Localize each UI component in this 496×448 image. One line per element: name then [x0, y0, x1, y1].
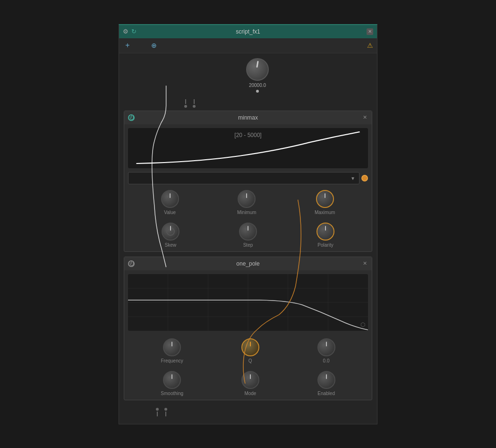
knob-item-frequency: Frequency — [161, 338, 183, 363]
value2-knob-label: 0.0 — [323, 358, 330, 363]
main-knob-value: 20000.0 — [249, 83, 266, 88]
one-pole-panel-header: ⏻ one_pole ✕ — [124, 257, 372, 270]
minmax-knobs-row1: Value Minimum Maximum — [124, 186, 372, 219]
minmax-dropdown-row: ▼ — [128, 172, 368, 184]
io-connectors-top — [171, 96, 209, 111]
enabled-knob-label: Enabled — [317, 391, 335, 396]
connector-pin-2 — [193, 99, 196, 108]
connector-pin-bottom-2 — [164, 408, 167, 416]
main-content: 20000.0 ⏻ minmax ✕ [20 - 5000] — [119, 53, 377, 424]
step-knob-label: Step — [243, 242, 253, 248]
warning-icon: ⚠ — [367, 42, 373, 49]
minimum-knob[interactable] — [238, 190, 256, 208]
step-knob[interactable] — [239, 223, 257, 241]
frequency-knob-label: Frequency — [161, 358, 183, 363]
main-knob[interactable] — [246, 58, 269, 81]
minmax-title: minmax — [138, 114, 358, 121]
knob-item-value: Value — [161, 190, 179, 215]
crosshair-button[interactable]: ⊕ — [149, 41, 159, 50]
value-knob[interactable] — [161, 190, 179, 208]
mode-knob-label: Mode — [244, 391, 256, 396]
mode-knob[interactable] — [241, 371, 259, 389]
one-pole-knobs-row1: Frequency Q 0.0 — [124, 335, 372, 367]
knob-item-q: Q — [241, 338, 259, 363]
knob-item-skew: Skew — [162, 223, 180, 248]
maximum-knob-label: Maximum — [315, 210, 335, 215]
knob-item-maximum: Maximum — [315, 190, 335, 215]
minmax-panel-header: ⏻ minmax ✕ — [124, 111, 372, 124]
toolbar: + ⊕ ⚠ — [119, 38, 377, 53]
one-pole-chart: ⬡ — [128, 274, 368, 331]
knob-item-mode: Mode — [241, 371, 259, 396]
minmax-power-button[interactable]: ⏻ — [128, 114, 135, 121]
minmax-chart: [20 - 5000] — [128, 128, 368, 168]
window-close-button[interactable]: ✕ — [367, 28, 373, 35]
window-title: script_fx1 — [236, 28, 260, 35]
one-pole-knobs-row2: Smoothing Mode Enabled — [124, 367, 372, 400]
minmax-panel: ⏻ minmax ✕ [20 - 5000] ▼ — [124, 111, 372, 252]
polarity-knob-label: Polarity — [317, 242, 333, 248]
one-pole-title: one_pole — [138, 260, 358, 267]
smoothing-knob[interactable] — [163, 371, 181, 389]
knob-item-step: Step — [239, 223, 257, 248]
smoothing-knob-label: Smoothing — [161, 391, 183, 396]
add-button[interactable]: + — [123, 41, 132, 50]
skew-knob[interactable] — [162, 223, 180, 241]
enabled-knob[interactable] — [317, 371, 335, 389]
dropdown-arrow-icon: ▼ — [351, 175, 355, 181]
value2-knob[interactable] — [317, 338, 335, 356]
connector-pin-bottom-1 — [156, 408, 159, 416]
frequency-knob[interactable] — [163, 338, 181, 356]
knob-item-minimum: Minimum — [237, 190, 257, 215]
q-knob-label: Q — [248, 358, 252, 363]
minimum-knob-label: Minimum — [237, 210, 257, 215]
knob-item-enabled: Enabled — [317, 371, 335, 396]
one-pole-panel: ⏻ one_pole ✕ ⬡ — [124, 257, 372, 400]
io-connectors-bottom — [143, 405, 180, 419]
one-pole-power-button[interactable]: ⏻ — [128, 260, 135, 267]
knob-item-value2: 0.0 — [317, 338, 335, 363]
connector-pin-1 — [184, 99, 187, 108]
export-icon[interactable]: ⬡ — [360, 321, 365, 328]
title-bar-icons: ⚙ ↻ — [123, 28, 137, 35]
minmax-close-button[interactable]: ✕ — [361, 114, 368, 121]
title-bar: ⚙ ↻ script_fx1 ✕ — [119, 25, 377, 38]
maximum-knob[interactable] — [316, 190, 334, 208]
value-knob-label: Value — [164, 210, 176, 215]
knob-item-smoothing: Smoothing — [161, 371, 183, 396]
polarity-knob[interactable] — [316, 223, 334, 241]
one-pole-close-button[interactable]: ✕ — [361, 260, 368, 267]
skew-knob-label: Skew — [165, 242, 176, 248]
minmax-output-dot[interactable] — [361, 175, 368, 181]
knob-item-polarity: Polarity — [316, 223, 334, 248]
minmax-knobs-row2: Skew Step Polarity — [124, 219, 372, 251]
main-window: ⚙ ↻ script_fx1 ✕ + ⊕ ⚠ 20000.0 — [119, 24, 377, 424]
settings-icon[interactable]: ⚙ — [123, 28, 128, 35]
refresh-icon[interactable]: ↻ — [131, 28, 137, 35]
main-knob-dot — [256, 90, 259, 93]
q-knob[interactable] — [241, 338, 259, 356]
